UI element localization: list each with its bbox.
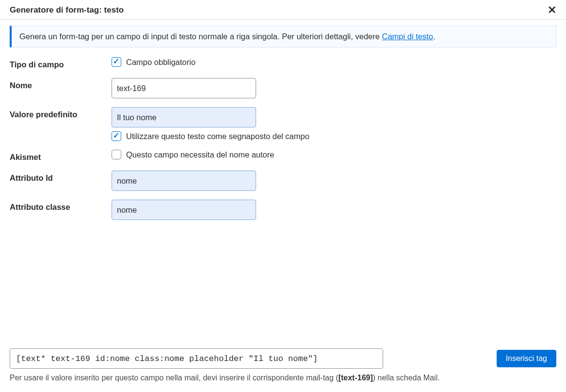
akismet-checkbox-wrapper[interactable]: Questo campo necessita del nome autore (112, 150, 556, 159)
name-input[interactable] (112, 78, 256, 98)
required-checkbox-wrapper[interactable]: Campo obbligatorio (112, 57, 556, 67)
mail-tag-hint: Per usare il valore inserito per questo … (10, 374, 556, 382)
label-field-type: Tipo di campo (10, 57, 112, 69)
row-akismet: Akismet Questo campo necessita del nome … (10, 150, 556, 162)
row-field-type: Tipo di campo Campo obbligatorio (10, 57, 556, 69)
label-name: Nome (10, 78, 112, 90)
row-default-value: Valore predefinito Utilizzare questo tes… (10, 107, 556, 141)
modal-footer: Inserisci tag Per usare il valore inseri… (10, 341, 556, 382)
modal-title: Generatore di form-tag: testo (10, 5, 124, 15)
tag-output[interactable] (10, 348, 383, 369)
placeholder-checkbox-wrapper[interactable]: Utilizzare questo testo come segnaposto … (112, 131, 556, 141)
akismet-checkbox-label: Questo campo necessita del nome autore (126, 150, 274, 159)
insert-tag-button[interactable]: Inserisci tag (497, 350, 556, 367)
row-class-attr: Attributo classe (10, 200, 556, 220)
info-link[interactable]: Campi di testo (382, 32, 433, 41)
modal-header: Generatore di form-tag: testo ✕ (0, 0, 566, 20)
class-attr-input[interactable] (112, 200, 256, 220)
hint-post: ) nella scheda Mail. (373, 374, 440, 382)
form-tag-generator-modal: Generatore di form-tag: testo ✕ Genera u… (0, 0, 566, 392)
tag-row: Inserisci tag (10, 348, 556, 369)
info-box: Genera un form-tag per un campo di input… (10, 26, 556, 47)
label-id-attr: Attributo Id (10, 171, 112, 183)
label-akismet: Akismet (10, 150, 112, 162)
hint-tag: [text-169] (339, 374, 373, 382)
label-class-attr: Attributo classe (10, 200, 112, 212)
row-id-attr: Attributo Id (10, 171, 556, 191)
info-text-pre: Genera un form-tag per un campo di input… (19, 32, 382, 41)
placeholder-checkbox[interactable] (112, 131, 121, 141)
required-checkbox[interactable] (112, 57, 121, 67)
akismet-checkbox[interactable] (112, 150, 121, 159)
info-text-post: . (433, 32, 436, 41)
close-icon[interactable]: ✕ (548, 5, 556, 16)
id-attr-input[interactable] (112, 171, 256, 191)
placeholder-checkbox-label: Utilizzare questo testo come segnaposto … (126, 132, 309, 141)
label-default-value: Valore predefinito (10, 107, 112, 119)
hint-pre: Per usare il valore inserito per questo … (10, 374, 339, 382)
required-checkbox-label: Campo obbligatorio (126, 58, 195, 67)
modal-body: Genera un form-tag per un campo di input… (0, 20, 566, 392)
row-name: Nome (10, 78, 556, 98)
default-value-input[interactable] (112, 107, 256, 127)
